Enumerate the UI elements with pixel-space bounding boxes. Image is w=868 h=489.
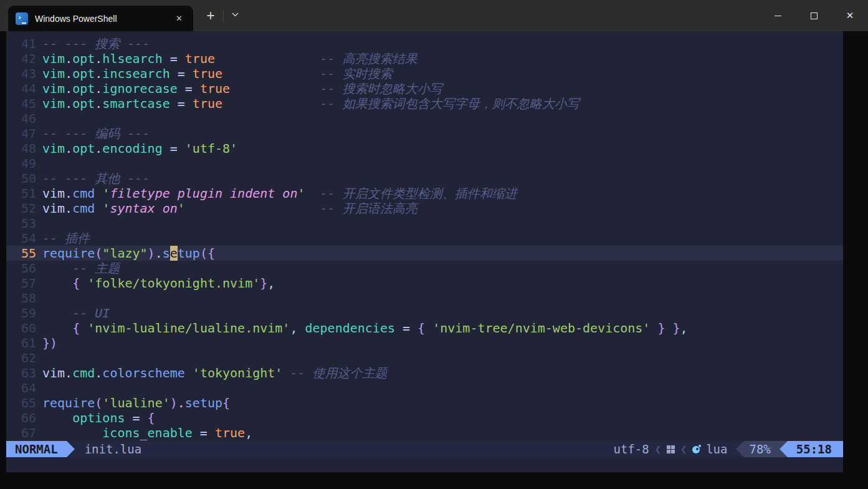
code-text: vim.opt.smartcase = true -- 如果搜索词包含大写字母，… [42, 96, 579, 111]
code-line[interactable]: 60 { 'nvim-lualine/lualine.nvim', depend… [6, 321, 843, 336]
line-number: 44 [12, 81, 36, 96]
code-line[interactable]: 61}) [6, 336, 843, 351]
terminal-content: 41-- --- 搜索 ---42vim.opt.hlsearch = true… [6, 31, 843, 472]
line-number: 63 [12, 366, 36, 380]
code-line[interactable]: 58 [6, 291, 843, 306]
powershell-icon: › [16, 12, 28, 25]
code-line[interactable]: 48vim.opt.encoding = 'utf-8' [6, 141, 843, 156]
code-line[interactable]: 65require('lualine').setup{ [6, 395, 843, 410]
statusline: NORMAL init.lua utf-8 ❮ ❮ lua 78% 55:18 [6, 441, 843, 457]
code-line[interactable]: 59 -- UI [6, 306, 843, 321]
filename-label: init.lua [85, 441, 142, 457]
code-text: { 'folke/tokyonight.nvim'}, [42, 276, 275, 291]
code-text: vim.cmd 'filetype plugin indent on' -- 开… [42, 186, 517, 201]
powerline-separator-left [736, 441, 744, 457]
powerline-separator-left [780, 441, 788, 457]
code-line[interactable]: 56 -- 主题 [6, 261, 843, 276]
code-line[interactable]: 52vim.cmd 'syntax on' -- 开启语法高亮 [6, 201, 843, 216]
windows-os-icon [667, 445, 675, 453]
maximize-button[interactable] [796, 0, 832, 31]
line-number: 57 [12, 276, 36, 291]
close-window-button[interactable]: ✕ [832, 0, 868, 31]
titlebar: › Windows PowerShell ✕ + ✕ [0, 0, 868, 31]
code-line[interactable]: 64 [6, 380, 843, 395]
code-text: options = { [42, 410, 155, 425]
tab-dropdown-button[interactable] [228, 9, 242, 22]
new-tab-button[interactable]: + [203, 8, 219, 24]
tab-divider [223, 10, 224, 22]
line-number: 67 [12, 425, 36, 440]
code-text: }) [42, 336, 57, 351]
chevron-down-icon [232, 12, 239, 17]
line-number: 51 [12, 186, 36, 201]
code-text: vim.opt.hlsearch = true -- 高亮搜索结果 [42, 51, 417, 66]
line-number: 62 [12, 351, 36, 366]
code-line[interactable]: 46 [6, 111, 843, 126]
code-line[interactable]: 63vim.cmd.colorscheme 'tokyonight' -- 使用… [6, 366, 843, 380]
code-line[interactable]: 49 [6, 156, 843, 171]
line-number: 66 [12, 410, 36, 425]
code-text: -- --- 编码 --- [42, 126, 150, 141]
code-line[interactable]: 67 icons_enable = true, [6, 425, 843, 440]
code-text: -- --- 搜索 --- [42, 36, 150, 51]
window-controls: ✕ [760, 0, 868, 31]
line-number: 43 [12, 66, 36, 81]
lua-filetype-icon [692, 445, 701, 453]
line-number: 46 [12, 111, 36, 126]
code-line[interactable]: 51vim.cmd 'filetype plugin indent on' --… [6, 186, 843, 201]
code-line[interactable]: 41-- --- 搜索 --- [6, 36, 843, 51]
code-text: vim.opt.incsearch = true -- 实时搜索 [42, 66, 393, 81]
terminal-window: › Windows PowerShell ✕ + ✕ 41-- --- 搜索 -… [0, 0, 868, 489]
mode-indicator: NORMAL [6, 441, 67, 457]
code-text: require('lualine').setup{ [42, 395, 230, 410]
chevron-left-icon: ❮ [655, 441, 661, 457]
close-tab-icon[interactable]: ✕ [173, 12, 186, 24]
line-number: 49 [12, 156, 36, 171]
code-line[interactable]: 42vim.opt.hlsearch = true -- 高亮搜索结果 [6, 51, 843, 66]
maximize-icon [811, 12, 818, 19]
tab-windows-powershell[interactable]: › Windows PowerShell ✕ [8, 6, 193, 31]
code-text: vim.cmd 'syntax on' -- 开启语法高亮 [42, 201, 417, 216]
code-line[interactable]: 50-- --- 其他 --- [6, 171, 843, 186]
code-text: require("lazy").setup({ [42, 246, 215, 261]
code-line[interactable]: 44vim.opt.ignorecase = true -- 搜索时忽略大小写 [6, 81, 843, 96]
line-number: 48 [12, 141, 36, 156]
close-icon: ✕ [846, 10, 854, 21]
line-number: 47 [12, 126, 36, 141]
line-number: 45 [12, 96, 36, 111]
line-number: 61 [12, 336, 36, 351]
line-number: 41 [12, 36, 36, 51]
code-text: vim.opt.encoding = 'utf-8' [42, 141, 237, 156]
code-line[interactable]: 55require("lazy").setup({ [6, 246, 843, 261]
minimize-button[interactable] [760, 0, 796, 31]
scroll-progress: 78% [744, 441, 779, 457]
code-line[interactable]: 54-- 插件 [6, 231, 843, 246]
code-text: vim.opt.ignorecase = true -- 搜索时忽略大小写 [42, 81, 442, 96]
code-line[interactable]: 47-- --- 编码 --- [6, 126, 843, 141]
filetype-label: lua [706, 441, 727, 457]
code-text: -- 主题 [42, 261, 120, 276]
cursor-position: 55:18 [788, 441, 843, 457]
chevron-left-icon: ❮ [680, 441, 687, 457]
code-text: { 'nvim-lualine/lualine.nvim', dependenc… [42, 321, 688, 336]
line-number: 65 [12, 395, 36, 410]
code-text: -- 插件 [42, 231, 90, 246]
code-line[interactable]: 57 { 'folke/tokyonight.nvim'}, [6, 276, 843, 291]
line-number: 60 [12, 321, 36, 336]
line-number: 56 [12, 261, 36, 276]
code-line[interactable]: 66 options = { [6, 410, 843, 425]
line-number: 53 [12, 216, 36, 231]
tab-title: Windows PowerShell [35, 14, 166, 24]
code-line[interactable]: 62 [6, 351, 843, 366]
code-text: vim.cmd.colorscheme 'tokyonight' -- 使用这个… [42, 366, 388, 380]
line-number: 64 [12, 380, 36, 395]
code-line[interactable]: 53 [6, 216, 843, 231]
code-line[interactable]: 45vim.opt.smartcase = true -- 如果搜索词包含大写字… [6, 96, 843, 111]
statusline-right: utf-8 ❮ ❮ lua 78% 55:18 [613, 441, 843, 457]
line-number: 54 [12, 231, 36, 246]
line-number: 50 [12, 171, 36, 186]
code-line[interactable]: 43vim.opt.incsearch = true -- 实时搜索 [6, 66, 843, 81]
code-area: 41-- --- 搜索 ---42vim.opt.hlsearch = true… [6, 36, 843, 440]
code-text: -- UI [42, 306, 110, 321]
powerline-separator-right [67, 441, 75, 457]
